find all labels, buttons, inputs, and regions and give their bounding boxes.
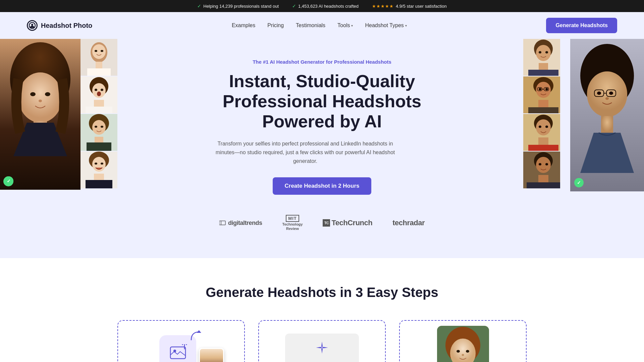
svg-rect-36 (94, 174, 104, 180)
svg-rect-29 (95, 137, 103, 143)
logo-text: Headshot Photo (41, 22, 92, 29)
svg-rect-37 (86, 180, 112, 188)
step-result-card: ✓ (399, 320, 527, 362)
svg-point-66 (536, 157, 551, 173)
right-photo-collage: ✓ (523, 39, 644, 258)
svg-point-79 (605, 97, 609, 100)
sparkle-generate-icon (315, 340, 329, 355)
headshot-types-chevron-icon: ▾ (405, 24, 407, 27)
nav-headshot-types[interactable]: Headshot Types ▾ (365, 22, 407, 28)
hero-title: Instant, Studio-Quality Professional Hea… (208, 71, 436, 131)
svg-point-44 (545, 51, 548, 54)
steps-section: Generate Headshots in 3 Easy Steps (0, 258, 644, 362)
techcrunch-logo: TC TechCrunch (323, 219, 372, 227)
svg-point-61 (545, 126, 548, 128)
steps-section-title: Generate Headshots in 3 Easy Steps (0, 285, 644, 300)
navbar: Headshot Photo Examples Pricing Testimon… (0, 12, 644, 39)
check-icon-1: ✓ (197, 3, 201, 9)
svg-rect-22 (94, 100, 104, 107)
digitaltrends-logo: digitaltrends (219, 220, 262, 227)
svg-point-5 (30, 92, 36, 96)
techradar-logo: techradar (392, 219, 425, 227)
svg-point-78 (609, 92, 613, 95)
svg-rect-14 (96, 62, 102, 68)
svg-rect-70 (527, 182, 560, 188)
svg-point-51 (545, 88, 548, 90)
svg-point-68 (545, 163, 548, 166)
nav-testimonials[interactable]: Testimonials (296, 22, 325, 28)
banner-item-2: ✓ 1,453,623 AI headshots crafted (292, 3, 359, 9)
svg-point-34 (95, 163, 97, 165)
svg-point-12 (95, 50, 97, 52)
hero-subtitle: The #1 AI Headshot Generator for Profess… (208, 59, 436, 65)
svg-point-20 (101, 89, 103, 91)
nav-pricing[interactable]: Pricing (267, 22, 284, 28)
digitaltrends-text: digitaltrends (228, 220, 262, 227)
right-thumb-4 (523, 152, 560, 188)
step-upload-card (117, 320, 245, 362)
svg-point-7 (39, 100, 42, 102)
svg-rect-15 (87, 68, 111, 76)
left-main-face (0, 39, 80, 190)
right-main-photo: ✓ (570, 39, 644, 191)
svg-point-6 (45, 92, 50, 96)
step-generating-card: Generating Headshots... (258, 320, 386, 362)
upload-arrow-icon (190, 330, 201, 342)
right-thumb-2 (523, 76, 560, 113)
banner-item-3: ★★★★★ 4.9/5 star user satisfaction (372, 4, 447, 9)
svg-rect-46 (528, 70, 558, 76)
banner-text-2: 1,453,623 AI headshots crafted (298, 4, 359, 9)
logo-icon (27, 20, 38, 31)
hero-section: ✓ (0, 39, 644, 258)
svg-rect-45 (539, 63, 548, 70)
svg-point-60 (539, 126, 541, 128)
generate-headshots-button[interactable]: Generate Headshots (546, 18, 617, 33)
check-icon-2: ✓ (292, 3, 296, 9)
nav-examples[interactable]: Examples (232, 22, 255, 28)
svg-point-87 (457, 350, 460, 353)
media-logos-row: digitaltrends MIT TechnologyReview TC Te… (208, 215, 436, 231)
top-banner: ✓ Helping 14,239 professionals stand out… (0, 0, 644, 12)
svg-rect-30 (87, 142, 111, 151)
svg-point-28 (101, 126, 103, 128)
svg-rect-23 (86, 107, 112, 113)
hero-description: Transform your selfies into perfect prof… (208, 139, 402, 165)
star-icons: ★★★★★ (372, 4, 394, 9)
svg-point-88 (466, 350, 469, 353)
svg-point-43 (539, 51, 541, 54)
svg-marker-83 (197, 330, 201, 333)
svg-point-27 (95, 126, 97, 128)
techradar-text: techradar (392, 219, 425, 227)
logo[interactable]: Headshot Photo (27, 20, 92, 31)
svg-rect-56 (528, 107, 558, 113)
svg-rect-80 (601, 116, 613, 134)
svg-point-21 (97, 92, 101, 96)
svg-rect-62 (538, 137, 548, 145)
svg-point-59 (536, 119, 551, 135)
right-thumb-1 (523, 39, 560, 76)
svg-point-19 (95, 89, 97, 91)
right-thumb-3 (523, 114, 560, 151)
mit-logo: MIT TechnologyReview (282, 215, 303, 231)
svg-point-89 (462, 354, 464, 356)
techcrunch-text: TechCrunch (331, 219, 372, 227)
banner-item-1: ✓ Helping 14,239 professionals stand out (197, 3, 279, 9)
svg-point-50 (539, 88, 541, 90)
right-thumbnail-grid (523, 39, 564, 188)
svg-rect-69 (538, 175, 548, 182)
nav-tools[interactable]: Tools ▾ (337, 22, 353, 28)
svg-point-35 (101, 163, 103, 165)
hero-cta-button[interactable]: Create Headshot in 2 Hours (273, 177, 372, 195)
image-upload-icon (169, 344, 187, 362)
svg-rect-55 (538, 100, 548, 107)
svg-point-1 (31, 24, 33, 26)
hero-content: The #1 AI Headshot Generator for Profess… (208, 59, 436, 231)
steps-row: Generating Headshots... (0, 320, 644, 362)
left-main-check-badge: ✓ (4, 176, 13, 186)
left-thumb-1 (80, 39, 117, 76)
nav-links: Examples Pricing Testimonials Tools ▾ He… (232, 22, 407, 28)
svg-point-26 (92, 120, 106, 135)
upload-illustration (118, 321, 244, 362)
left-thumb-3 (80, 114, 117, 151)
left-thumb-4 (80, 152, 117, 188)
